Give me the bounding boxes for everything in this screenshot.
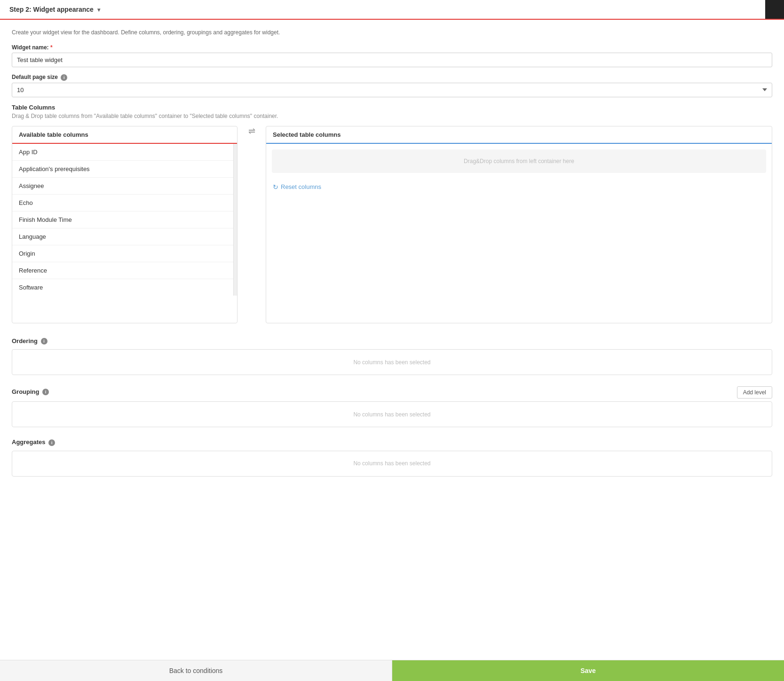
grouping-header-row: Grouping i Add level [12,386,772,399]
grouping-section: Grouping i Add level No columns has been… [12,386,772,427]
ordering-label-text: Ordering [12,337,38,344]
available-columns-header: Available table columns [12,126,237,144]
columns-inner: App ID Application's prerequisites Assig… [12,144,237,296]
grouping-info-icon[interactable]: i [42,389,49,395]
page-size-label: Default page size i [12,74,772,81]
selected-columns-header: Selected table columns [266,126,772,144]
header-corner [765,0,784,19]
aggregates-section: Aggregates i No columns has been selecte… [12,438,772,477]
widget-name-label: Widget name: * [12,44,772,51]
add-level-button[interactable]: Add level [737,386,772,399]
list-item[interactable]: Finish Module Time [12,211,233,228]
grouping-label: Grouping i [12,388,49,396]
page-wrapper: Step 2: Widget appearance ▾ Create your … [0,0,784,681]
columns-container: Available table columns App ID Applicati… [12,126,772,323]
grouping-empty-area: No columns has been selected [12,401,772,427]
widget-name-group: Widget name: * [12,44,772,67]
footer-actions: Back to conditions Save [0,660,784,681]
aggregates-header-row: Aggregates i [12,438,772,448]
list-item[interactable]: App ID [12,144,233,161]
selected-columns-box: Selected table columns Drag&Drop columns… [266,126,772,323]
main-content: Create your widget view for the dashboar… [0,20,784,660]
page-size-info-icon[interactable]: i [61,74,67,81]
ordering-empty-text: No columns has been selected [353,359,430,366]
header: Step 2: Widget appearance ▾ [0,0,784,20]
ordering-label: Ordering i [12,337,48,345]
table-columns-section: Table Columns Drag & Drop table columns … [12,104,772,323]
back-button[interactable]: Back to conditions [0,660,392,681]
aggregates-empty-area: No columns has been selected [12,451,772,477]
list-item[interactable]: Origin [12,245,233,262]
list-item[interactable]: Assignee [12,178,233,195]
aggregates-empty-text: No columns has been selected [353,460,430,467]
transfer-arrows: ⇌ [238,126,266,136]
transfer-icon: ⇌ [248,126,255,136]
step-title: Step 2: Widget appearance ▾ [9,6,100,13]
reset-columns-button[interactable]: ↻ Reset columns [266,179,772,196]
widget-name-label-text: Widget name: [12,44,49,51]
aggregates-info-icon[interactable]: i [48,439,55,446]
columns-list-wrap: App ID Application's prerequisites Assig… [12,144,233,296]
page-size-select[interactable]: 10 25 50 100 [12,83,772,97]
ordering-empty-area: No columns has been selected [12,349,772,375]
page-description: Create your widget view for the dashboar… [12,29,772,36]
list-item[interactable]: Software [12,279,233,296]
table-columns-desc: Drag & Drop table columns from "Availabl… [12,113,772,119]
reset-columns-label: Reset columns [281,183,321,190]
available-columns-list: App ID Application's prerequisites Assig… [12,144,233,296]
grouping-empty-text: No columns has been selected [353,411,430,418]
step-title-text: Step 2: Widget appearance [9,6,94,13]
table-columns-title: Table Columns [12,104,772,111]
page-size-group: Default page size i 10 25 50 100 [12,74,772,97]
ordering-section: Ordering i No columns has been selected [12,337,772,376]
drop-zone[interactable]: Drag&Drop columns from left container he… [272,149,766,173]
widget-name-input[interactable] [12,53,772,67]
scrollbar[interactable] [233,144,237,296]
step-dropdown-arrow[interactable]: ▾ [97,7,100,13]
aggregates-label-text: Aggregates [12,438,46,446]
page-size-label-text: Default page size [12,74,58,80]
ordering-header-row: Ordering i [12,337,772,347]
list-item[interactable]: Application's prerequisites [12,161,233,178]
list-item[interactable]: Language [12,228,233,245]
reset-icon: ↻ [273,183,278,191]
available-columns-box: Available table columns App ID Applicati… [12,126,238,323]
list-item[interactable]: Reference [12,262,233,279]
grouping-label-text: Grouping [12,388,40,395]
aggregates-label: Aggregates i [12,438,55,446]
required-star: * [50,44,53,51]
ordering-info-icon[interactable]: i [41,338,48,344]
save-button[interactable]: Save [392,660,784,681]
list-item[interactable]: Echo [12,195,233,211]
